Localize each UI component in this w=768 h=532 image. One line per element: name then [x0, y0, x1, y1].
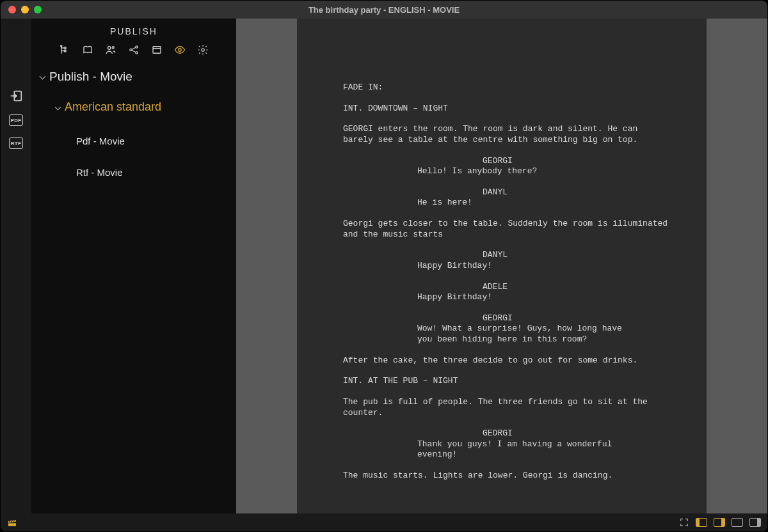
pdf-badge-icon[interactable]: PDF	[9, 114, 23, 126]
dialogue-block: GEORGIWow! What a surprise! Guys, how lo…	[343, 313, 671, 345]
act-block: The music starts. Lights are lower. Geor…	[343, 471, 671, 481]
sidebar-toolbar	[31, 43, 236, 65]
tree-root-label: Publish - Movie	[49, 70, 132, 84]
app-window: The birthday party - ENGLISH - MOVIE PDF…	[0, 0, 768, 532]
character-cue: ADELE	[343, 282, 671, 293]
act-block: GEORGI enters the room. The room is dark…	[343, 124, 671, 145]
svg-point-4	[108, 47, 111, 50]
tree-group-label: American standard	[65, 100, 161, 114]
tree-item-rtf-label: Rtf - Movie	[76, 167, 123, 178]
book-icon[interactable]	[82, 44, 93, 56]
left-rail: PDF RTF	[1, 19, 31, 513]
dialogue-block: DANYLHe is here!	[343, 187, 671, 208]
svg-point-8	[136, 52, 138, 54]
tree-item-pdf[interactable]: Pdf - Movie	[38, 132, 230, 150]
dialogue-text: Thank you guys! I am having a wonderful …	[343, 439, 671, 460]
dialogue-block: GEORGIThank you guys! I am having a wond…	[343, 428, 671, 460]
dialogue-text: Wow! What a surprise! Guys, how long hav…	[343, 324, 671, 345]
fullscreen-icon[interactable]	[679, 517, 689, 528]
svg-point-5	[112, 47, 114, 49]
svg-point-11	[202, 49, 205, 52]
character-cue: DANYL	[343, 187, 671, 198]
scene-block: INT. AT THE PUB – NIGHT	[343, 376, 671, 387]
minimize-window-button[interactable]	[21, 6, 29, 13]
act-block: After the cake, the three decide to go o…	[343, 356, 671, 366]
character-cue: GEORGI	[343, 313, 671, 324]
settings-icon[interactable]	[197, 44, 209, 56]
preview-icon[interactable]	[174, 44, 186, 56]
act-block: Georgi gets closer to the table. Suddenl…	[343, 219, 671, 240]
preview-area[interactable]: FADE IN:INT. DOWNTOWN – NIGHTGEORGI ente…	[236, 19, 767, 513]
dialogue-block: GEORGIHello! Is anybody there?	[343, 156, 671, 177]
scene-block: INT. DOWNTOWN – NIGHT	[343, 104, 671, 114]
rtf-badge-icon[interactable]: RTF	[9, 137, 23, 149]
sidebar: PUBLISH	[31, 19, 236, 513]
rtf-badge-label: RTF	[11, 141, 21, 146]
tree-root[interactable]: Publish - Movie	[38, 66, 230, 88]
dialogue-text: Happy Birthday!	[343, 261, 671, 272]
tree-icon[interactable]	[59, 44, 70, 56]
script-page: FADE IN:INT. DOWNTOWN – NIGHTGEORGI ente…	[297, 19, 707, 513]
svg-point-7	[136, 46, 138, 48]
svg-point-2	[64, 50, 66, 52]
act-block: The pub is full of people. The three fri…	[343, 397, 671, 418]
svg-point-6	[130, 49, 132, 51]
window-title: The birthday party - ENGLISH - MOVIE	[1, 5, 767, 15]
export-icon[interactable]	[9, 89, 23, 103]
tree-item-rtf[interactable]: Rtf - Movie	[38, 163, 230, 182]
pdf-badge-label: PDF	[11, 118, 22, 123]
layout-single-button[interactable]	[732, 518, 743, 527]
trans-block: FADE IN:	[343, 82, 671, 93]
layout-right-panel-gold-button[interactable]	[714, 518, 725, 527]
dialogue-text: Hello! Is anybody there?	[343, 166, 671, 177]
svg-point-1	[64, 47, 66, 49]
character-cue: GEORGI	[343, 428, 671, 439]
svg-point-10	[179, 49, 182, 52]
chevron-down-icon	[39, 74, 45, 80]
window-controls	[8, 6, 42, 13]
chevron-down-icon	[54, 104, 61, 111]
character-cue: DANYL	[343, 250, 671, 261]
statusbar	[1, 513, 767, 531]
svg-rect-9	[153, 47, 161, 54]
layout-left-panel-button[interactable]	[696, 518, 707, 527]
dialogue-block: DANYLHappy Birthday!	[343, 250, 671, 271]
clapperboard-icon[interactable]	[7, 517, 17, 528]
dialogue-block: ADELEHappy Birthday!	[343, 282, 671, 303]
titlebar: The birthday party - ENGLISH - MOVIE	[1, 1, 767, 19]
dialogue-text: He is here!	[343, 198, 671, 208]
layout-right-panel-button[interactable]	[749, 518, 761, 527]
layout-icon[interactable]	[151, 44, 163, 56]
tree-item-pdf-label: Pdf - Movie	[76, 136, 125, 146]
dialogue-text: Happy Birthday!	[343, 292, 671, 303]
character-cue: GEORGI	[343, 156, 671, 167]
users-icon[interactable]	[105, 44, 116, 56]
zoom-window-button[interactable]	[34, 6, 42, 13]
sidebar-title: PUBLISH	[31, 24, 236, 43]
app-body: PDF RTF PUBLISH	[1, 19, 767, 513]
share-icon[interactable]	[128, 44, 140, 56]
publish-tree: Publish - Movie American standard Pdf - …	[31, 65, 236, 182]
tree-group-american-standard[interactable]: American standard	[38, 97, 230, 118]
close-window-button[interactable]	[8, 6, 16, 13]
